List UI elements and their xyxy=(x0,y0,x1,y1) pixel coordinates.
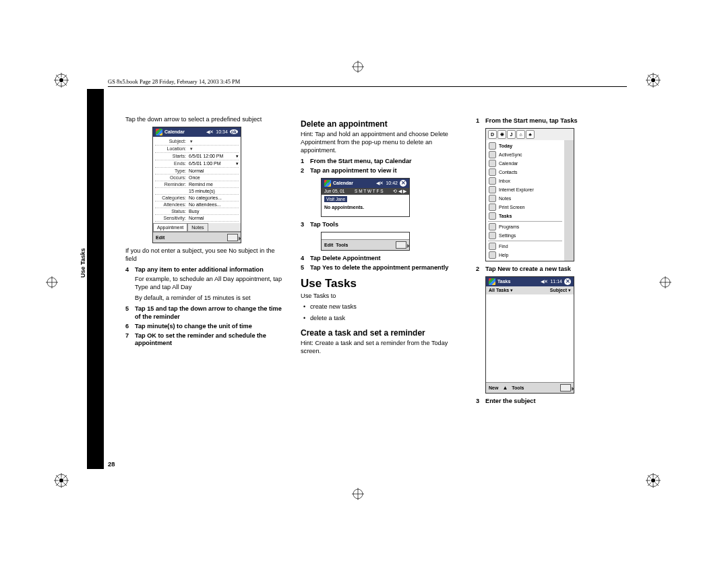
page-number: 28 xyxy=(108,460,115,468)
calendar-week-screenshot: Calendar◀✕ 10:42 ✕ Jun 05, 01S M T W T F… xyxy=(321,178,410,217)
step-4: Tap any item to enter additional informa… xyxy=(135,266,264,274)
register-mark-icon xyxy=(659,276,671,288)
step-4-note: By default, a reminder of 15 minutes is … xyxy=(135,294,287,303)
delete-hint: Hint: Tap and hold an appointment and ch… xyxy=(301,131,462,155)
close-icon: ✕ xyxy=(564,278,571,285)
step-7: Tap OK to set the reminder and schedule … xyxy=(135,332,287,348)
settings-icon xyxy=(489,232,496,239)
tools-bar-screenshot: Edit Tools xyxy=(321,232,410,251)
start-flag-icon xyxy=(489,278,495,285)
register-mark-icon xyxy=(352,488,364,500)
no-subject-note: If you do not enter a subject, you see N… xyxy=(125,247,287,263)
crop-mark-icon xyxy=(646,73,661,88)
page-header: GS 8x5.book Page 28 Friday, February 14,… xyxy=(108,78,240,85)
today-icon xyxy=(489,142,496,150)
programs-icon xyxy=(489,223,496,230)
step-4-example: For example, to schedule an All Day appo… xyxy=(135,276,287,292)
svg-point-3 xyxy=(651,78,655,82)
step-5: Tap 15 and tap the down arrow to change … xyxy=(135,305,287,321)
tasks-app-screenshot: Tasks◀✕ 11:14 ✕ All Tasks ▾Subject ▾ New… xyxy=(485,276,574,394)
section-tab xyxy=(87,89,104,469)
task-step-3: Enter the subject xyxy=(485,398,536,406)
ie-icon xyxy=(489,186,496,193)
notes-icon xyxy=(489,195,496,202)
heading-create-task: Create a task and set a reminder xyxy=(301,328,462,338)
start-menu-screenshot: D ❋ J ⌂ ♣ Today ActiveSync Calendar Cont… xyxy=(485,128,574,261)
bullet-create: create new tasks xyxy=(310,303,357,311)
printscreen-icon xyxy=(489,204,496,211)
up-arrow-icon: ▲ xyxy=(502,385,508,391)
help-icon xyxy=(489,251,496,259)
find-icon xyxy=(489,243,496,250)
start-flag-icon xyxy=(324,180,331,187)
register-mark-icon xyxy=(352,61,364,73)
keyboard-icon xyxy=(227,234,238,241)
register-mark-icon xyxy=(46,276,58,288)
task-step-2: Tap New to create a new task xyxy=(485,266,571,274)
task-step-1: From the Start menu, tap Tasks xyxy=(485,117,578,125)
del-step-5: Tap Yes to delete the appointment perman… xyxy=(310,264,448,272)
step-6: Tap minute(s) to change the unit of time xyxy=(135,323,252,331)
calendar-form-screenshot: Calendar ◀✕ 10:34 ok Subject:▾ Location:… xyxy=(152,127,241,243)
create-hint: Hint: Create a task and set a reminder f… xyxy=(301,340,462,356)
section-tab-label: Use Tasks xyxy=(80,248,86,278)
header-rule xyxy=(108,86,627,87)
crop-mark-icon xyxy=(54,73,69,88)
del-step-1: From the Start menu, tap Calendar xyxy=(310,158,412,166)
crop-mark-icon xyxy=(54,473,69,488)
start-flag-icon xyxy=(156,129,162,135)
keyboard-icon xyxy=(560,384,571,392)
bullet-delete: delete a task xyxy=(310,315,345,323)
keyboard-icon xyxy=(396,241,406,249)
inbox-icon xyxy=(489,177,496,185)
activesync-icon xyxy=(489,151,496,158)
contacts-icon xyxy=(489,168,496,176)
heading-delete: Delete an appointment xyxy=(301,119,462,129)
svg-point-7 xyxy=(651,478,655,482)
close-icon: ✕ xyxy=(400,180,406,187)
svg-point-1 xyxy=(59,78,63,82)
intro-text: Tap the down arrow to select a predefine… xyxy=(125,116,287,124)
svg-point-5 xyxy=(59,478,63,482)
heading-use-tasks: Use Tasks xyxy=(301,277,462,290)
del-step-3: Tap Tools xyxy=(310,221,338,229)
del-step-2: Tap an appointment to view it xyxy=(310,167,396,175)
tasks-icon xyxy=(489,212,496,220)
crop-mark-icon xyxy=(646,473,661,488)
del-step-4: Tap Delete Appointment xyxy=(310,255,381,263)
calendar-icon xyxy=(489,160,496,167)
use-tasks-intro: Use Tasks to xyxy=(301,292,462,301)
